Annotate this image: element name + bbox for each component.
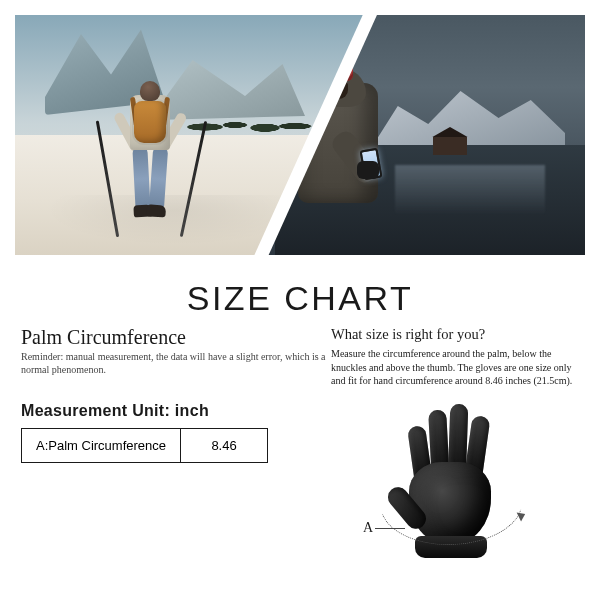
- backpack: [134, 101, 166, 143]
- marker-label: A: [363, 520, 373, 536]
- hero-banner: [15, 15, 585, 255]
- product-infographic: SIZE CHART Palm Circumference Reminder: …: [15, 15, 585, 585]
- page-title: SIZE CHART: [15, 279, 585, 318]
- size-description: Measure the circumference around the pal…: [331, 347, 579, 388]
- size-table: A:Palm Circumference 8.46: [21, 428, 268, 463]
- size-question: What size is right for you?: [331, 326, 579, 343]
- left-column: Palm Circumference Reminder: manual meas…: [15, 326, 331, 565]
- palm-circumference-heading: Palm Circumference: [21, 326, 331, 349]
- table-row-value: 8.46: [181, 429, 268, 463]
- arrow-icon: [517, 509, 528, 521]
- right-column: What size is right for you? Measure the …: [331, 326, 585, 565]
- reminder-text: Reminder: manual measurement, the data w…: [21, 351, 331, 376]
- cabin: [433, 137, 467, 155]
- hiker-figure: [110, 75, 190, 245]
- content-columns: Palm Circumference Reminder: manual meas…: [15, 326, 585, 565]
- glove-illustration: A: [331, 400, 561, 565]
- mountain-shape: [375, 85, 565, 145]
- table-row-label: A:Palm Circumference: [22, 429, 181, 463]
- measurement-unit-label: Measurement Unit: inch: [21, 402, 331, 420]
